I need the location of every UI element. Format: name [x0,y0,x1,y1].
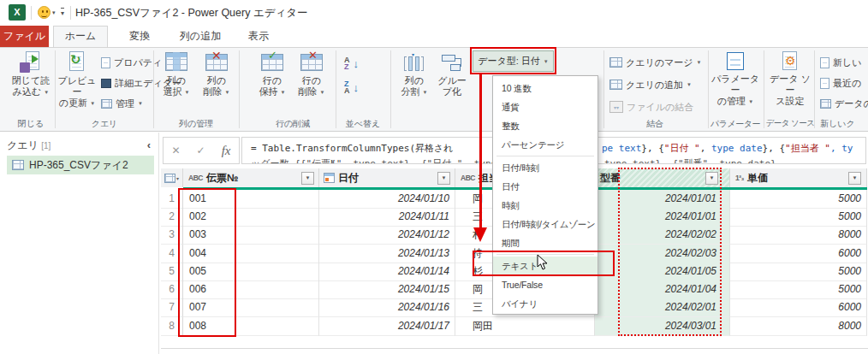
collapse-pane-icon[interactable]: ‹ [147,139,151,151]
cell-denpyo[interactable]: 002 [183,208,319,227]
tab-add-column[interactable]: 列の追加 [172,26,229,47]
enter-data-button[interactable]: データの [820,94,868,113]
cell-denpyo[interactable]: 005 [183,263,319,281]
new-source-button[interactable]: 新しい [820,53,862,72]
query-list-item[interactable]: HP-365_CSVファイ2 [7,156,154,174]
cell-denpyo[interactable]: 006 [183,280,319,299]
fx-icon[interactable]: fx [222,144,231,158]
cell-hiduke[interactable]: 2024/01/14 [319,263,455,281]
column-header-tanka[interactable]: 1²₃ 単価 ▼ [730,168,867,187]
refresh-preview-button[interactable]: ↻ プレビュー の更新 ▼ [56,50,98,109]
smiley-caret-icon[interactable]: ▾ [52,9,56,16]
row-number[interactable]: 4 [161,245,183,263]
cell-denpyo[interactable]: 004 [183,245,319,263]
split-column-button[interactable]: ▾ 列の 分割 ▼ [395,50,433,98]
menu-item-whole-number[interactable]: 整数 [493,116,597,135]
filter-button[interactable]: ▼ [705,172,718,185]
menu-item-duration[interactable]: 期間 [493,233,597,252]
cell-denpyo[interactable]: 003 [183,226,319,245]
cell-kataban[interactable]: 2024/02/01 [595,298,730,317]
row-number[interactable]: 1 [161,190,183,209]
cell-hiduke[interactable]: 2024/01/15 [319,280,455,299]
choose-columns-button[interactable]: 列の 選択 ▼ [158,50,195,98]
row-number[interactable]: 8 [161,317,183,336]
cell-tanka[interactable]: 8000 [730,226,867,245]
remove-rows-button[interactable]: ✕ 行の 削除 ▼ [293,50,330,98]
menu-item-truefalse[interactable]: True/False [493,275,597,294]
cell-kataban[interactable]: 2024/01/01 [595,190,730,209]
cell-tanka[interactable]: 6000 [730,245,867,263]
recent-sources-button[interactable]: 最近の [820,74,861,92]
menu-item-binary[interactable]: バイナリ [493,294,597,313]
row-number[interactable]: 6 [161,280,183,299]
filter-button[interactable]: ▼ [848,172,861,185]
cell-tantou[interactable]: 岡田 [455,317,595,336]
cell-hiduke[interactable]: 2024/01/12 [319,226,455,245]
manage-button[interactable]: 管理 ▼ [101,94,143,113]
cell-tanka[interactable]: 5000 [730,208,867,227]
row-number[interactable]: 5 [161,263,183,281]
menu-item-date[interactable]: 日付 [493,177,597,196]
row-number[interactable]: 2 [161,208,183,227]
quick-access-toolbar-icon[interactable]: ▾ [61,8,64,17]
group-by-button[interactable]: グルー プ化 [434,50,470,97]
tab-transform[interactable]: 変換 [117,26,162,47]
merge-queries-button[interactable]: クエリのマージ ▼ [609,53,702,72]
table-row: 8 008 2024/01/17 岡田 2024/03/01 8000 [161,317,867,336]
formula-text-right: pe text}, {"日付 ", type date}, {"担当者 ", t… [602,142,853,155]
tab-home[interactable]: ホーム [53,26,108,47]
filter-button[interactable]: ▼ [437,172,450,185]
menu-item-percentage[interactable]: パーセンテージ [493,135,597,154]
menu-item-time[interactable]: 時刻 [493,196,597,215]
close-and-load-button[interactable]: 閉じて読 み込む ▼ [7,50,55,98]
cell-hiduke[interactable]: 2024/01/13 [319,245,455,263]
cell-tanka[interactable]: 8000 [730,317,867,336]
cell-tanka[interactable]: 6000 [730,298,867,317]
row-number[interactable]: 7 [161,298,183,317]
sort-ascending-button[interactable]: AZ ↓ [344,54,359,73]
tab-view[interactable]: 表示 [240,26,277,47]
cell-denpyo[interactable]: 008 [183,317,319,336]
column-header-kataban[interactable]: 型番 ▼ [595,168,730,187]
feedback-smiley-icon[interactable] [38,6,51,19]
cell-tanka[interactable]: 5000 [730,190,867,209]
column-header-denpyo[interactable]: ABC 伝票№ ▼ [183,168,319,187]
cell-kataban[interactable]: 2024/03/01 [595,317,730,336]
table-corner-menu[interactable]: ▾ [161,168,183,187]
append-queries-button[interactable]: クエリの追加 ▼ [609,75,692,94]
tab-file[interactable]: ファイル [0,26,49,47]
cell-denpyo[interactable]: 001 [183,190,319,209]
column-header-hiduke[interactable]: 日付 ▼ [319,168,455,187]
group-label-column-mgmt: 列の管理 [155,118,237,130]
row-number[interactable]: 3 [161,226,183,245]
sort-descending-button[interactable]: ZA ↓ [344,78,359,97]
filter-button[interactable]: ▼ [301,172,314,185]
cell-kataban[interactable]: 2024/01/05 [595,263,730,281]
cell-kataban[interactable]: 2024/02/03 [595,245,730,263]
cell-hiduke[interactable]: 2024/01/16 [319,298,455,317]
cell-kataban[interactable]: 2024/01/01 [595,208,730,227]
remove-columns-button[interactable]: ✕ 列の 削除 ▼ [198,50,235,98]
formula-cancel-icon[interactable]: ✕ [172,145,181,156]
keep-rows-button[interactable]: ✓ 行の 保持 ▼ [253,50,291,98]
bracket-right [421,56,424,71]
cell-denpyo[interactable]: 007 [183,298,319,317]
menu-item-decimal[interactable]: 10 進数 [493,79,597,97]
data-type-button[interactable]: データ型: 日付 ▼ [473,50,554,72]
cell-kataban[interactable]: 2024/01/04 [595,280,730,299]
cell-tanka[interactable]: 5000 [730,263,867,281]
formula-accept-icon[interactable]: ✓ [197,145,205,156]
pane-divider[interactable] [158,133,159,354]
menu-item-datetime[interactable]: 日付/時刻 [493,158,597,177]
data-source-settings-button[interactable]: ⚙ データ ソー ス設定 [766,50,814,107]
cell-hiduke[interactable]: 2024/01/10 [319,190,455,209]
manage-parameters-button[interactable]: パラメーター の管理 ▼ [710,50,760,108]
refresh-label: プレビュー [57,75,96,97]
cell-tanka[interactable]: 5000 [730,280,867,299]
cell-hiduke[interactable]: 2024/01/17 [319,317,455,336]
menu-item-currency[interactable]: 通貨 [493,97,597,116]
cell-kataban[interactable]: 2024/02/02 [595,226,730,245]
group-rect-large [442,55,455,62]
cell-hiduke[interactable]: 2024/01/11 [319,208,455,227]
menu-item-datetimezone[interactable]: 日付/時刻/タイムゾーン [493,215,597,233]
